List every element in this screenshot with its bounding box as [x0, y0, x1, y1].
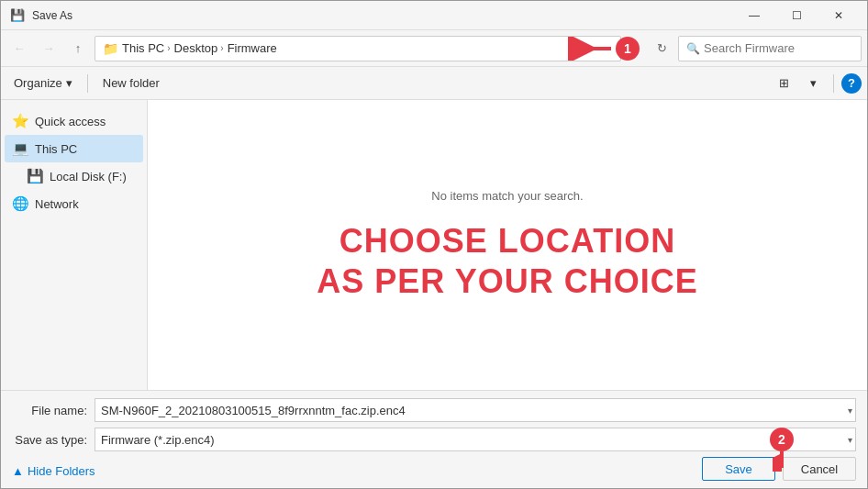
choose-location-line1: CHOOSE LOCATION — [317, 221, 697, 261]
refresh-button[interactable]: ↻ — [649, 36, 674, 61]
organize-dropdown-icon: ▾ — [66, 76, 72, 90]
bottom-bar: File name: ▾ Save as type: ▾ ▲ Hide Fold… — [1, 390, 867, 488]
path-segment-desktop: Desktop › — [174, 41, 224, 55]
quick-access-icon: ⭐ — [12, 113, 29, 129]
path-arrow-2: › — [220, 43, 223, 53]
minimize-button[interactable]: — — [733, 1, 775, 30]
back-button[interactable]: ← — [6, 36, 32, 61]
organize-button[interactable]: Organize ▾ — [6, 72, 80, 95]
forward-button[interactable]: → — [36, 36, 61, 61]
this-pc-label: This PC — [35, 142, 77, 156]
title-bar-controls: — ☐ ✕ — [733, 1, 860, 30]
search-input[interactable] — [704, 41, 858, 55]
local-disk-icon: 💾 — [27, 168, 44, 184]
title-bar-icon: 💾 — [8, 6, 27, 25]
help-button[interactable]: ? — [841, 73, 862, 94]
save-as-dialog: 💾 Save As — ☐ ✕ ← → ↑ 📁 This PC › Deskto… — [0, 0, 868, 489]
filename-wrapper: ▾ — [95, 398, 856, 422]
hide-folders-arrow: ▲ — [12, 464, 24, 478]
action-buttons: 2 Save Cancel — [702, 457, 856, 481]
new-folder-label: New folder — [103, 76, 160, 90]
path-segment-thispc: This PC › — [122, 41, 171, 55]
organize-label: Organize — [14, 76, 62, 90]
path-arrow-1: › — [167, 43, 170, 53]
toolbar-separator — [87, 74, 88, 93]
network-label: Network — [35, 197, 79, 211]
savetype-label: Save as type: — [12, 433, 95, 447]
choose-location-line2: AS PER YOUR CHOICE — [317, 261, 697, 301]
title-bar: 💾 Save As — ☐ ✕ — [1, 1, 867, 30]
hide-folders-row[interactable]: ▲ Hide Folders — [12, 461, 95, 478]
sidebar-item-local-disk[interactable]: 💾 Local Disk (F:) — [5, 162, 143, 190]
maximize-button[interactable]: ☐ — [775, 1, 818, 30]
folder-icon: 📁 — [103, 41, 118, 56]
new-folder-button[interactable]: New folder — [95, 72, 167, 95]
address-path[interactable]: 📁 This PC › Desktop › Firmware — [95, 36, 621, 61]
cancel-button[interactable]: Cancel — [783, 457, 856, 481]
hide-folders-label: Hide Folders — [28, 464, 95, 478]
savetype-wrapper: ▾ — [95, 428, 856, 451]
search-box[interactable]: 🔍 — [678, 36, 862, 61]
view-dropdown-button[interactable]: ▾ — [800, 72, 826, 95]
address-bar: ← → ↑ 📁 This PC › Desktop › Firmware ▾ ↻ — [1, 30, 867, 67]
save-button[interactable]: Save — [702, 457, 775, 481]
filename-input[interactable] — [95, 398, 856, 422]
title-bar-title: Save As — [32, 9, 733, 22]
sidebar-item-this-pc[interactable]: 💻 This PC — [5, 135, 143, 162]
up-button[interactable]: ↑ — [65, 36, 91, 61]
view-button[interactable]: ⊞ — [771, 72, 796, 95]
this-pc-icon: 💻 — [12, 140, 29, 157]
content-area: No items match your search. CHOOSE LOCAT… — [148, 100, 867, 390]
sidebar: ⭐ Quick access 💻 This PC 💾 Local Disk (F… — [1, 100, 148, 390]
network-icon: 🌐 — [12, 195, 29, 212]
address-dropdown-button[interactable]: ▾ — [625, 36, 645, 61]
filename-label: File name: — [12, 404, 95, 417]
toolbar-separator-2 — [833, 74, 834, 93]
toolbar: Organize ▾ New folder ⊞ ▾ ? — [1, 67, 867, 100]
close-button[interactable]: ✕ — [818, 1, 860, 30]
local-disk-label: Local Disk (F:) — [50, 170, 127, 183]
main-area: ⭐ Quick access 💻 This PC 💾 Local Disk (F… — [1, 100, 867, 390]
sidebar-item-network[interactable]: 🌐 Network — [5, 190, 143, 217]
choose-location-text: CHOOSE LOCATION AS PER YOUR CHOICE — [317, 221, 697, 300]
sidebar-item-quick-access[interactable]: ⭐ Quick access — [5, 107, 143, 135]
view-icon: ⊞ — [779, 76, 789, 90]
quick-access-label: Quick access — [35, 115, 106, 128]
savetype-row: Save as type: ▾ — [12, 428, 856, 451]
search-icon: 🔍 — [686, 42, 700, 55]
savetype-input[interactable] — [95, 428, 856, 451]
no-items-text: No items match your search. — [431, 189, 583, 203]
filename-row: File name: ▾ — [12, 398, 856, 422]
path-segment-firmware: Firmware — [228, 41, 277, 55]
